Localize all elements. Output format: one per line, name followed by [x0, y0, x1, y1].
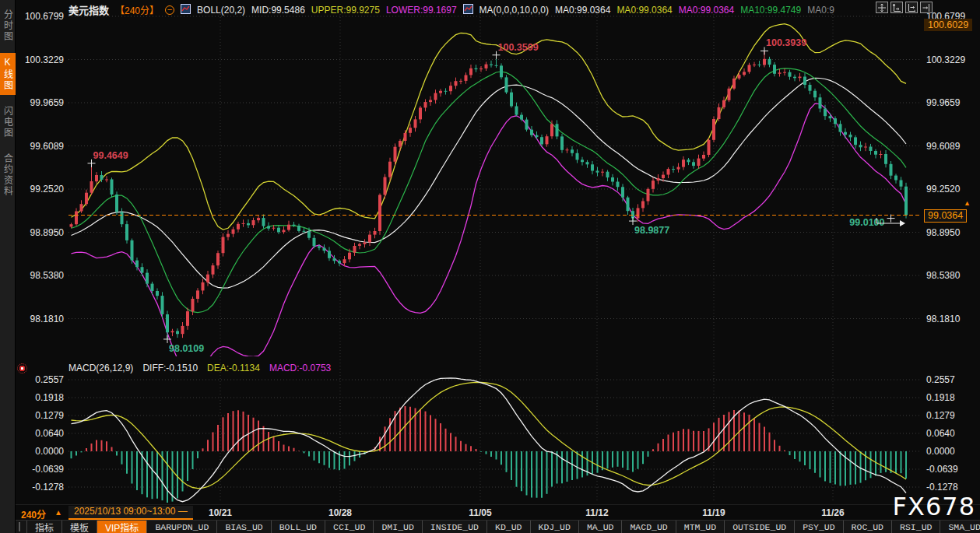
axis-tick-label: 99.9659: [30, 97, 64, 108]
sidebar-item-3[interactable]: 合约资料: [0, 149, 16, 201]
axis-tick-label: 99.2520: [30, 184, 64, 195]
indicator-header: 美元指数 【240分】 − BOLL(20,2) MID:99.5486 UPP…: [68, 2, 834, 17]
ma0-magenta-value: MA0:99.0364: [679, 5, 734, 16]
tab-5[interactable]: BOLL_UD: [271, 521, 325, 533]
tab-14[interactable]: OUTSIDE_UD: [724, 521, 794, 533]
axis-tick-label: 98.1810: [926, 314, 960, 324]
tab-9[interactable]: KD_UD: [486, 521, 530, 533]
axis-tick-label: 98.8950: [30, 227, 64, 238]
sidebar-item-2[interactable]: 闪电图: [0, 102, 16, 142]
axis-tick-label: 0.0640: [926, 428, 955, 439]
candlestick-chart[interactable]: 99.464998.0109100.359998.9877100.393999.…: [0, 0, 980, 504]
axis-tick-label: 99.6089: [30, 141, 64, 152]
macd-settings-icon[interactable]: [17, 363, 27, 373]
tab-10[interactable]: KDJ_UD: [530, 521, 578, 533]
axis-tick-label: 0.2557: [35, 374, 64, 385]
left-sidebar: 分时图K线图闪电图合约资料: [0, 0, 16, 533]
ma-indicator-icon[interactable]: [463, 4, 473, 16]
boll-upper-value: UPPER:99.9275: [311, 5, 380, 16]
tab-1[interactable]: 模板: [61, 521, 97, 533]
tab-4[interactable]: BIAS_UD: [216, 521, 270, 533]
boll-lower-value: LOWER:99.1697: [386, 5, 457, 16]
date-label: 10/21: [209, 507, 232, 518]
symbol-title: 美元指数: [68, 2, 109, 17]
period-label: 240分: [21, 507, 46, 521]
axis-tick-label: 100.3229: [926, 54, 965, 65]
svg-text:98.9877: 98.9877: [634, 225, 669, 236]
ma0-white-value: MA0:99.0364: [555, 5, 610, 16]
ma-label: MA(0,0,0,10,0,0): [479, 5, 549, 16]
tab-18[interactable]: SMA_UD: [940, 521, 980, 533]
axis-tick-label: 98.5380: [926, 270, 960, 281]
axis-tick-label: 0.2557: [926, 374, 955, 385]
tab-7[interactable]: DMI_UD: [373, 521, 421, 533]
tab-6[interactable]: CCI_UD: [325, 521, 373, 533]
axis-tick-label: 0.0640: [35, 428, 64, 439]
macd-dea-value: DEA:-0.1134: [207, 363, 260, 373]
right-price-axis: 100.6799100.322999.965999.608999.252098.…: [925, 0, 979, 504]
tab-13[interactable]: MTM_UD: [676, 521, 724, 533]
axis-zoom-icon[interactable]: [890, 2, 903, 13]
tab-11[interactable]: MA_UD: [578, 521, 622, 533]
ma-gray-value: MA0:9: [807, 5, 834, 16]
time-axis-bar: 240分 ▲ 2025/10/13 09:00~13:00 — 10/2110/…: [0, 504, 980, 520]
boll-indicator-icon[interactable]: [181, 4, 191, 16]
axis-dock-icon[interactable]: [920, 2, 933, 13]
date-label: 10/28: [328, 507, 352, 518]
tab-2[interactable]: VIP指标: [97, 521, 146, 533]
sidebar-item-0[interactable]: 分时图: [0, 5, 16, 46]
resize-grip[interactable]: [19, 522, 20, 531]
boll-label: BOLL(20,2): [197, 5, 245, 16]
tab-12[interactable]: MACD_UD: [621, 521, 675, 533]
sidebar-item-1[interactable]: K线图: [0, 53, 16, 95]
axis-tick-label: 98.1810: [30, 314, 64, 324]
macd-title: MACD(26,12,9): [68, 363, 133, 373]
tab-16[interactable]: ROC_UD: [843, 521, 891, 533]
axis-tick-label: 0.1918: [926, 392, 955, 403]
svg-text:98.0109: 98.0109: [169, 343, 204, 354]
tab-8[interactable]: INSIDE_UD: [422, 521, 486, 533]
bottom-indicator-tabs: 指标模板VIP指标BARUPDN_UDBIAS_UDBOLL_UDCCI_UDD…: [16, 520, 980, 533]
ma0-yellow-value: MA0:99.0364: [616, 5, 672, 16]
svg-text:100.3599: 100.3599: [498, 42, 539, 53]
tab-15[interactable]: PSY_UD: [794, 521, 842, 533]
date-label: 11/19: [702, 507, 725, 518]
ma10-value: MA10:99.4749: [740, 5, 801, 16]
tab-0[interactable]: 指标: [26, 521, 61, 533]
axis-tick-label: -0.0639: [926, 464, 958, 475]
svg-text:100.3939: 100.3939: [766, 37, 806, 48]
chart-toolbar: [876, 2, 933, 13]
axis-tick-label: 0.1918: [35, 392, 64, 403]
macd-header: MACD(26,12,9) DIFF:-0.1510 DEA:-0.1134 M…: [68, 363, 331, 373]
macd-diff-value: DIFF:-0.1510: [142, 363, 198, 373]
left-price-axis: 100.6799100.322999.965999.608999.252098.…: [16, 0, 67, 504]
axis-tick-label: 99.2520: [926, 184, 960, 195]
date-label: 11/26: [821, 507, 844, 518]
axis-tick-label: 98.8950: [926, 227, 960, 238]
axis-tick-label: 98.5380: [30, 270, 64, 281]
axis-tick-label: 0.0000: [35, 446, 64, 457]
tab-3[interactable]: BARUPDN_UD: [146, 521, 216, 533]
axis-tick-label: 99.9659: [926, 97, 960, 108]
watermark: FX678: [893, 492, 975, 521]
date-label: 11/12: [585, 507, 608, 518]
date-label: 11/05: [469, 507, 491, 518]
axis-tick-label: -0.1278: [926, 482, 958, 493]
axis-tick-label: -0.1278: [32, 482, 64, 493]
axis-tick-label: 0.1279: [35, 410, 64, 421]
tab-17[interactable]: RSI_UD: [891, 521, 940, 533]
period-arrow-icon: ▲: [54, 508, 62, 517]
axis-tick-label: 0.0000: [926, 446, 955, 457]
axis-tick-label: 99.6089: [926, 141, 960, 152]
boll-mid-value: MID:99.5486: [251, 5, 305, 16]
axis-scroll-icon[interactable]: [905, 2, 918, 13]
macd-macd-value: MACD:-0.0753: [269, 363, 331, 373]
axis-tick-label: 100.6799: [25, 11, 64, 22]
axis-tick-label: 0.1279: [926, 410, 955, 421]
period-badge: 【240分】: [115, 3, 159, 16]
pan-icon[interactable]: [876, 2, 888, 13]
trading-app: 99.464998.0109100.359998.9877100.393999.…: [0, 0, 980, 533]
svg-text:99.4649: 99.4649: [93, 150, 128, 161]
time-range-selector[interactable]: 2025/10/13 09:00~13:00 —: [68, 506, 193, 520]
minus-circle-icon[interactable]: −: [165, 5, 174, 15]
